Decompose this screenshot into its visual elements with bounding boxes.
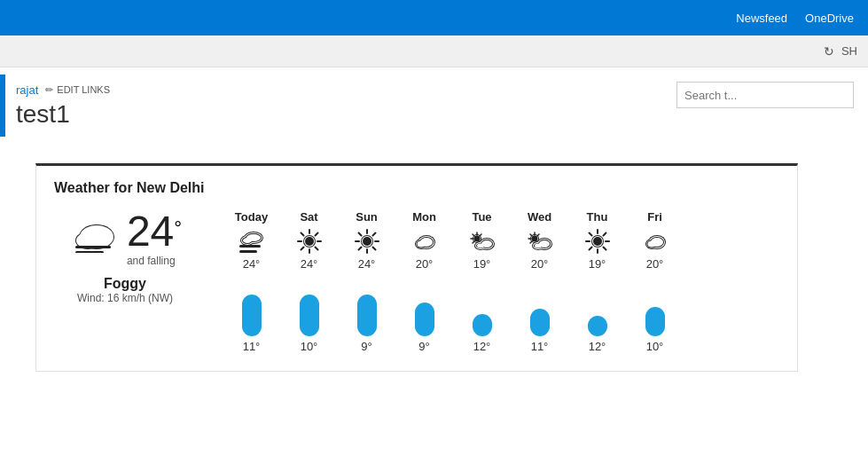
day-low: 12° bbox=[589, 340, 606, 353]
forecast-day: Mon 20° 9° bbox=[395, 210, 453, 353]
condition-text: Foggy bbox=[104, 276, 146, 292]
bar-container bbox=[242, 274, 262, 336]
bar-container bbox=[530, 274, 550, 336]
svg-line-35 bbox=[372, 248, 375, 250]
day-label: Wed bbox=[528, 210, 551, 224]
day-low: 11° bbox=[243, 340, 261, 353]
day-label: Thu bbox=[587, 210, 608, 224]
svg-point-13 bbox=[243, 238, 252, 243]
svg-rect-15 bbox=[239, 250, 257, 253]
edit-links-label: EDIT LINKS bbox=[57, 84, 110, 95]
weather-title: Weather for New Delhi bbox=[54, 180, 779, 196]
svg-point-64 bbox=[531, 236, 537, 242]
temp-bar bbox=[530, 309, 550, 336]
svg-line-34 bbox=[358, 233, 361, 236]
weather-icon bbox=[297, 229, 322, 254]
bar-container bbox=[300, 274, 319, 336]
day-high: 24° bbox=[301, 257, 318, 271]
svg-line-85 bbox=[589, 233, 591, 236]
day-low: 12° bbox=[473, 340, 491, 353]
svg-point-48 bbox=[473, 236, 480, 242]
current-temp: 24 bbox=[127, 210, 174, 253]
svg-line-36 bbox=[372, 233, 375, 236]
svg-rect-4 bbox=[75, 246, 111, 248]
weather-icon bbox=[585, 229, 610, 254]
temp-bar bbox=[415, 303, 434, 336]
temp-bar bbox=[242, 295, 262, 336]
svg-line-26 bbox=[301, 248, 303, 250]
forecast-day: Sat 24° 10° bbox=[280, 210, 338, 353]
day-high: 19° bbox=[589, 257, 606, 271]
weather-icon bbox=[355, 229, 379, 254]
temp-bar bbox=[645, 307, 665, 336]
bar-container bbox=[645, 274, 665, 336]
day-label: Sat bbox=[300, 210, 317, 224]
svg-line-53 bbox=[473, 241, 474, 243]
day-high: 20° bbox=[646, 257, 664, 271]
day-high: 24° bbox=[243, 257, 261, 271]
day-low: 10° bbox=[646, 340, 664, 353]
page-header: rajat ✏ EDIT LINKS test1 bbox=[0, 67, 868, 137]
svg-line-69 bbox=[530, 241, 532, 243]
nav-newsfeed[interactable]: Newsfeed bbox=[736, 12, 787, 25]
svg-line-37 bbox=[358, 248, 361, 250]
day-label: Mon bbox=[412, 210, 436, 224]
temp-bar bbox=[300, 295, 319, 336]
current-top: 24 ° and falling bbox=[68, 210, 182, 267]
pencil-icon: ✏ bbox=[45, 84, 53, 96]
main-content: Weather for New Delhi bbox=[0, 137, 868, 398]
svg-line-52 bbox=[480, 234, 481, 236]
day-low: 9° bbox=[418, 340, 429, 353]
svg-point-96 bbox=[647, 241, 655, 248]
search-input[interactable] bbox=[684, 89, 846, 102]
forecast-day: Thu 19° 12° bbox=[568, 210, 626, 353]
refresh-icon[interactable]: ↻ bbox=[824, 44, 834, 59]
temp-bar bbox=[473, 314, 492, 336]
temp-bar bbox=[588, 316, 607, 336]
day-low: 11° bbox=[531, 340, 549, 353]
weather-icon bbox=[468, 229, 497, 254]
day-high: 24° bbox=[358, 257, 376, 271]
svg-point-45 bbox=[417, 241, 425, 248]
day-high: 19° bbox=[473, 257, 491, 271]
svg-line-25 bbox=[315, 233, 317, 236]
nav-onedrive[interactable]: OneDrive bbox=[805, 12, 854, 25]
svg-point-18 bbox=[305, 237, 314, 246]
temp-bar bbox=[357, 295, 377, 336]
breadcrumb-area: rajat ✏ EDIT LINKS test1 bbox=[0, 75, 110, 137]
svg-rect-5 bbox=[75, 251, 104, 253]
wind-text: Wind: 16 km/h (NW) bbox=[77, 292, 173, 304]
forecast: Today 24° 11° Sat bbox=[223, 210, 779, 353]
bar-container bbox=[588, 274, 607, 336]
forecast-day: Fri 20° 10° bbox=[626, 210, 684, 353]
bar-container bbox=[357, 274, 377, 336]
svg-line-68 bbox=[537, 234, 539, 236]
svg-point-61 bbox=[477, 244, 484, 248]
day-high: 20° bbox=[531, 257, 549, 271]
bar-container bbox=[415, 274, 434, 336]
weather-body: 24 ° and falling Foggy Wind: 16 km/h (NW… bbox=[54, 210, 779, 353]
svg-point-80 bbox=[593, 237, 602, 246]
breadcrumb-user[interactable]: rajat bbox=[16, 83, 38, 97]
day-label: Sun bbox=[356, 210, 378, 224]
left-accent bbox=[0, 75, 5, 137]
day-label: Fri bbox=[647, 210, 662, 224]
day-low: 9° bbox=[361, 340, 371, 353]
svg-line-87 bbox=[603, 233, 606, 236]
svg-line-51 bbox=[473, 234, 474, 236]
day-high: 20° bbox=[416, 257, 434, 271]
page-title: test1 bbox=[16, 100, 110, 129]
svg-line-67 bbox=[530, 234, 532, 236]
forecast-day: Tue 19° 12° bbox=[453, 210, 511, 353]
weather-icon bbox=[412, 229, 437, 254]
edit-links-button[interactable]: ✏ EDIT LINKS bbox=[45, 84, 110, 96]
weather-icon bbox=[526, 229, 554, 254]
current-weather: 24 ° and falling Foggy Wind: 16 km/h (NW… bbox=[54, 210, 196, 304]
bar-container bbox=[473, 274, 492, 336]
user-initials: SH bbox=[841, 44, 857, 58]
forecast-day: Sun 24° 9° bbox=[338, 210, 395, 353]
svg-line-86 bbox=[603, 248, 606, 250]
day-label: Today bbox=[235, 210, 268, 224]
search-box-header[interactable] bbox=[676, 82, 854, 108]
weather-icon bbox=[643, 229, 668, 254]
